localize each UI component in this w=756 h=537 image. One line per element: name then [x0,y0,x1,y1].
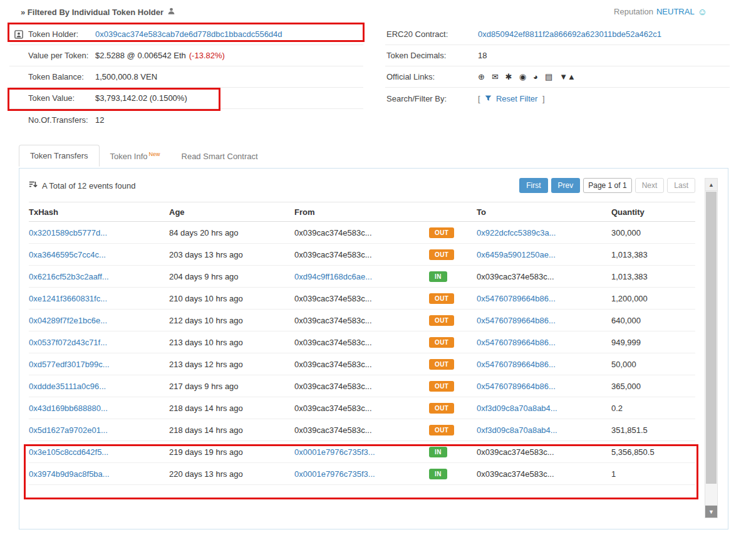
to-address[interactable]: 0x6459a5901250ae... [477,250,556,259]
age-cell: 218 days 14 hrs ago [169,425,294,435]
tx-hash-link[interactable]: 0xe1241f3660831fc... [29,294,107,303]
tab-token-info[interactable]: Token InfoNew [100,145,171,167]
official-links-label: Official Links: [385,72,478,81]
reputation: Reputation NEUTRAL ☺ [614,7,707,16]
filter-close-bracket: ] [542,94,545,103]
token-balance-label: Token Balance: [9,72,95,81]
reputation-value[interactable]: NEUTRAL [656,7,695,16]
person-icon [167,7,175,17]
age-cell: 213 days 12 hrs ago [169,360,294,369]
token-value-label: Token Value: [9,93,95,103]
to-address[interactable]: 0xf3d09c8a70a8ab4... [477,404,557,413]
tx-hash-link[interactable]: 0x04289f7f2e1bc6e... [29,316,107,325]
table-row: 0x43d169bb688880... 218 days 14 hrs ago … [29,397,695,419]
website-globe-icon[interactable]: ⊕ [478,72,485,81]
tx-hash-link[interactable]: 0xddde35111a0c96... [29,382,106,391]
transfers-count-label: No.Of.Transfers: [9,115,95,125]
age-cell: 212 days 10 hrs ago [169,316,294,325]
scroll-up-icon[interactable]: ▲ [705,179,717,191]
from-address: 0x039cac374e583c... [294,360,372,369]
support-asterisk-icon[interactable]: ✱ [505,72,512,81]
tx-hash-link[interactable]: 0x43d169bb688880... [29,404,108,413]
vertical-scrollbar[interactable]: ▲ ▼ [705,178,718,518]
tx-hash-link[interactable]: 0x5d1627a9702e01... [29,425,108,435]
token-holder-row: Token Holder: 0x039cac374e583cab7de6d778… [9,24,363,45]
age-cell: 219 days 19 hrs ago [169,447,294,457]
to-address: 0x039cac374e583c... [477,447,554,457]
tx-hash-link[interactable]: 0x3201589cb5777d... [29,228,107,237]
token-holder-address-link[interactable]: 0x039cac374e583cab7de6d778dbc1bbacdc556d… [95,29,282,39]
age-cell: 220 days 13 hrs ago [169,469,294,479]
to-address[interactable]: 0x54760789664b86... [477,316,556,325]
quantity-cell: 1 [611,469,695,479]
tab-token-transfers[interactable]: Token Transfers [19,145,100,167]
contract-summary: ERC20 Contract: 0xd850942ef8811f2a866692… [385,24,730,109]
transfers-table-body: 0x3201589cb5777d... 84 days 20 hrs ago 0… [29,222,695,485]
direction-badge: OUT [429,315,454,326]
to-address[interactable]: 0x922dcfcc5389c3a... [477,228,556,237]
table-row: 0x3e105c8ccd642f5... 219 days 19 hrs ago… [29,441,695,463]
from-address: 0x039cac374e583c... [294,425,372,435]
from-address[interactable]: 0xd94c9ff168dc6ae... [294,272,372,281]
tab-read-smart-contract[interactable]: Read Smart Contract [171,146,269,167]
tx-hash-link[interactable]: 0x3e105c8ccd642f5... [29,447,108,457]
age-cell: 213 days 10 hrs ago [169,338,294,347]
table-row: 0x3201589cb5777d... 84 days 20 hrs ago 0… [29,222,695,244]
events-panel: A Total of 12 events found First Prev Pa… [19,168,728,529]
from-address: 0x039cac374e583c... [294,404,372,413]
tx-hash-link[interactable]: 0x6216cf52b3c2aaff... [29,272,109,281]
last-page-button[interactable]: Last [667,178,695,193]
header-quantity: Quantity [611,207,695,217]
direction-badge: OUT [429,359,454,370]
age-cell: 217 days 9 hrs ago [169,382,294,391]
token-value-value: $3,793,142.02 (0.1500%) [95,93,187,103]
to-address[interactable]: 0xf3d09c8a70a8ab4... [477,425,557,435]
pagination: First Prev Page 1 of 1 Next Last [519,178,695,193]
table-row: 0xddde35111a0c96... 217 days 9 hrs ago 0… [29,375,695,397]
tx-hash-link[interactable]: 0xd577edf3017b99c... [29,360,110,369]
page-indicator: Page 1 of 1 [583,178,631,193]
to-address[interactable]: 0x54760789664b86... [477,360,556,369]
scroll-down-icon[interactable]: ▼ [705,505,717,518]
forum-triangles-icon[interactable]: ▼▲ [559,72,576,81]
table-row: 0x5d1627a9702e01... 218 days 14 hrs ago … [29,419,695,441]
github-icon[interactable]: ◉ [519,72,526,81]
search-filter-label: Search/Filter By: [385,94,478,103]
age-cell: 84 days 20 hrs ago [169,228,294,237]
tx-hash-link[interactable]: 0x3974b9d9ac8f5ba... [29,469,110,479]
scrollbar-thumb[interactable] [706,192,717,484]
email-icon[interactable]: ✉ [492,72,499,81]
to-address: 0x039cac374e583c... [477,272,554,281]
quantity-cell: 1,013,383 [611,272,695,281]
erc20-contract-address-link[interactable]: 0xd850942ef8811f2a866692a623011bde52a462… [478,29,661,39]
quantity-cell: 1,200,000 [611,294,695,303]
coingecko-icon[interactable]: ◕ [533,72,538,81]
to-address[interactable]: 0x54760789664b86... [477,294,556,303]
tx-hash-link[interactable]: 0x0537f072d43c71f... [29,338,107,347]
reset-filter-link[interactable]: Reset Filter [496,94,537,103]
to-address[interactable]: 0x54760789664b86... [477,382,556,391]
value-per-token-label: Value per Token: [9,51,95,60]
tx-hash-link[interactable]: 0xa3646595c7cc4c... [29,250,106,259]
direction-badge: IN [429,469,447,479]
token-decimals-value: 18 [478,51,487,60]
next-page-button[interactable]: Next [635,178,665,193]
filter-open-bracket: [ [478,94,480,103]
value-per-token-change: (-13.82%) [189,51,225,60]
direction-badge: IN [429,447,447,457]
to-address[interactable]: 0x54760789664b86... [477,338,556,347]
first-page-button[interactable]: First [519,178,547,193]
direction-badge: OUT [429,425,454,435]
tab-read-smart-contract-label: Read Smart Contract [182,152,258,161]
reputation-label: Reputation [614,7,653,16]
holder-summary: Token Holder: 0x039cac374e583cab7de6d778… [9,24,363,130]
whitepaper-document-icon[interactable]: ▤ [545,72,552,81]
quantity-cell: 300,000 [611,228,695,237]
from-address[interactable]: 0x0001e7976c735f3... [294,469,375,479]
token-balance-value: 1,500,000.8 VEN [95,72,157,81]
prev-page-button[interactable]: Prev [551,178,581,193]
header-from: From [294,207,429,217]
quantity-cell: 640,000 [611,316,695,325]
from-address: 0x039cac374e583c... [294,250,372,259]
from-address[interactable]: 0x0001e7976c735f3... [294,447,375,457]
